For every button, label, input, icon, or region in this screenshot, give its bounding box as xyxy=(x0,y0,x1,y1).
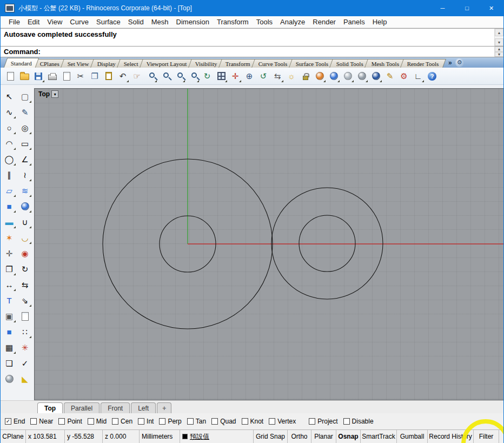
undo-icon[interactable]: ↶ xyxy=(116,69,130,83)
gumball-toggle[interactable]: Gumball xyxy=(397,430,428,443)
rotate-camera-icon[interactable]: ↺ xyxy=(256,69,270,83)
scroll-up-icon[interactable]: ▲ xyxy=(495,29,503,36)
shaded-viewport-icon[interactable] xyxy=(327,69,341,83)
polyline-icon[interactable]: ∠ xyxy=(18,152,32,167)
menu-surface[interactable]: Surface xyxy=(92,18,124,26)
save-file-icon[interactable] xyxy=(31,69,45,83)
minimize-button[interactable]: ─ xyxy=(430,0,455,16)
toolbar-tab-curve-tools[interactable]: Curve Tools xyxy=(251,59,295,68)
osnap-mid[interactable]: Mid xyxy=(88,418,107,425)
ghosted-viewport-icon[interactable] xyxy=(341,69,355,83)
zoom-selected-icon[interactable] xyxy=(172,69,186,83)
curve-tools-icon[interactable]: ≀ xyxy=(18,168,32,182)
circle-curve-3[interactable] xyxy=(271,188,383,299)
rendered-viewport-icon[interactable] xyxy=(369,69,383,83)
osnap-quad-checkbox[interactable] xyxy=(211,418,218,425)
render-icon[interactable] xyxy=(313,69,327,83)
pan-view-icon[interactable]: ⇆ xyxy=(270,69,284,83)
osnap-end[interactable]: ✓End xyxy=(5,418,25,425)
circle-diameter-icon[interactable]: ◎ xyxy=(18,121,32,135)
osnap-quad[interactable]: Quad xyxy=(211,418,236,425)
record-history-toggle[interactable]: Record History xyxy=(428,430,474,443)
text-icon[interactable]: T xyxy=(2,293,17,308)
planar-toggle[interactable]: Planar xyxy=(311,430,336,443)
menu-analyze[interactable]: Analyze xyxy=(276,18,309,26)
new-file-icon[interactable] xyxy=(3,69,17,83)
curve-draw-icon[interactable]: ✎ xyxy=(18,105,32,120)
offset-curve-icon[interactable]: ∥ xyxy=(2,168,17,182)
solid-edit-icon[interactable]: ■ xyxy=(2,325,17,339)
rotate-view-icon[interactable]: ↻ xyxy=(200,69,214,83)
array-polar-icon[interactable]: ✳ xyxy=(18,340,32,355)
rotate-icon[interactable]: ↻ xyxy=(18,262,32,276)
options-icon[interactable]: ⚙ xyxy=(397,69,411,83)
osnap-perp-checkbox[interactable] xyxy=(159,418,165,425)
menu-panels[interactable]: Panels xyxy=(340,18,369,26)
command-history-scrollbar[interactable]: ▲ ▼ xyxy=(494,29,503,46)
osnap-tan[interactable]: Tan xyxy=(187,418,206,425)
spinner-up-icon[interactable]: ▲ xyxy=(495,47,503,52)
toolbar-tab-standard[interactable]: Standard xyxy=(4,58,39,68)
menu-mesh[interactable]: Mesh xyxy=(148,18,173,26)
menu-view[interactable]: View xyxy=(43,18,66,26)
circle-curve-4[interactable] xyxy=(299,215,355,272)
surface-3pt-icon[interactable]: ▱ xyxy=(2,183,17,198)
cut-icon[interactable]: ✂ xyxy=(74,69,88,83)
menu-dimension[interactable]: Dimension xyxy=(173,18,213,26)
check-icon[interactable]: ✓ xyxy=(18,356,32,371)
menu-help[interactable]: Help xyxy=(369,18,391,26)
viewport-menu-dropdown-icon[interactable]: ▼ xyxy=(51,90,58,98)
menu-solid[interactable]: Solid xyxy=(124,18,148,26)
box-icon[interactable]: ■ xyxy=(2,199,17,214)
fillet-icon[interactable]: ◡ xyxy=(18,230,32,245)
circle-icon[interactable]: ○ xyxy=(2,121,17,135)
viewport-layout-icon[interactable] xyxy=(214,69,228,83)
move-icon[interactable]: ✛ xyxy=(2,246,17,261)
menu-curve[interactable]: Curve xyxy=(66,18,92,26)
shade-icon[interactable] xyxy=(2,372,17,386)
osnap-mid-checkbox[interactable] xyxy=(88,418,94,425)
gumball-icon[interactable]: ◉ xyxy=(18,246,32,261)
viewport-tab-left[interactable]: Left xyxy=(131,402,156,413)
osnap-near-checkbox[interactable] xyxy=(30,418,37,425)
zoom-window-icon[interactable] xyxy=(158,69,172,83)
menu-file[interactable]: File xyxy=(5,18,24,26)
open-file-icon[interactable] xyxy=(17,69,31,83)
statusbar-filler[interactable] xyxy=(499,430,503,443)
rectangle-icon[interactable]: ▭ xyxy=(18,136,32,151)
zoom-extents-icon[interactable] xyxy=(186,69,200,83)
control-point-curve-icon[interactable]: ∿ xyxy=(2,105,17,120)
set-view-icon[interactable]: ✛ xyxy=(228,69,242,83)
mirror-icon[interactable]: ⇆ xyxy=(18,277,32,292)
viewport-canvas[interactable] xyxy=(35,89,503,400)
command-spinner[interactable]: ▲ ▼ xyxy=(494,47,503,57)
osnap-disable[interactable]: Disable xyxy=(343,418,374,425)
cplane-setup-icon[interactable]: ∟ xyxy=(411,69,425,83)
explode-icon[interactable]: ✶ xyxy=(2,230,17,245)
new-viewport-tab[interactable]: + xyxy=(157,402,171,413)
toolbar-tab-viewport-layout[interactable]: Viewport Layout xyxy=(140,59,194,68)
array-icon[interactable]: ▦ xyxy=(2,340,17,355)
osnap-int-checkbox[interactable] xyxy=(138,418,144,425)
command-history[interactable]: Autosave completed successfully ▲ ▼ xyxy=(1,29,503,46)
lamp-on-icon[interactable]: ☼ xyxy=(284,69,299,83)
loft-icon[interactable]: ≋ xyxy=(18,183,32,198)
zoom-in-icon[interactable]: ⊕ xyxy=(242,69,256,83)
menu-render[interactable]: Render xyxy=(309,18,340,26)
notes-page-icon[interactable] xyxy=(18,309,32,323)
z-coordinate[interactable]: z 0.000 xyxy=(103,430,140,443)
tab-overflow-chevron[interactable]: » xyxy=(448,59,452,67)
viewport-top[interactable]: Top ▼ xyxy=(34,88,503,400)
spinner-down-icon[interactable]: ▼ xyxy=(495,52,503,57)
osnap-int[interactable]: Int xyxy=(138,418,154,425)
osnap-vertex-checkbox[interactable] xyxy=(269,418,275,425)
block-icon[interactable]: ▣ xyxy=(2,309,17,323)
viewport-tab-parallel[interactable]: Parallel xyxy=(64,402,100,413)
leader-icon[interactable]: ⇘ xyxy=(18,293,32,308)
grid-snap-toggle[interactable]: Grid Snap xyxy=(254,430,288,443)
osnap-point-checkbox[interactable] xyxy=(58,418,65,425)
export-file-icon[interactable] xyxy=(59,69,74,83)
ortho-toggle[interactable]: Ortho xyxy=(288,430,311,443)
scroll-down-icon[interactable]: ▼ xyxy=(495,38,503,46)
filter-toggle[interactable]: Filter xyxy=(474,430,499,443)
